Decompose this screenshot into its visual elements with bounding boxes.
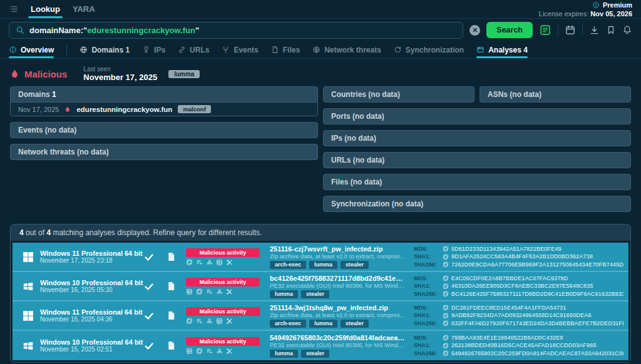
sha1-value[interactable]: 9D1AFA2524CC563A4B4F4F53A2B1DD0BD362A738 — [451, 253, 593, 261]
biohazard-icon[interactable] — [216, 348, 223, 355]
tab-overview[interactable]: Overview — [9, 41, 54, 58]
md5-value[interactable]: E4C05CDF0E2A8B7BBDE1AC07FAC9378D — [451, 275, 568, 283]
report-list-icon[interactable] — [196, 259, 203, 266]
copy-icon[interactable] — [443, 305, 449, 311]
copy-icon[interactable] — [186, 318, 193, 325]
tab-synchronization[interactable]: Synchronization — [394, 41, 464, 58]
tools-icon[interactable] — [226, 318, 233, 325]
copy-icon[interactable] — [443, 320, 449, 326]
table-report-icon[interactable] — [186, 348, 193, 355]
copy-icon[interactable] — [443, 350, 449, 356]
threat-tag[interactable]: lumma — [168, 70, 200, 78]
analysis-filename[interactable]: bc4126e425f75883271117d8bd2d9c41eb0d9f6a… — [270, 275, 406, 282]
ips-panel[interactable]: IPs (no data) — [323, 130, 631, 146]
copy-icon[interactable] — [443, 291, 449, 297]
copy-icon[interactable] — [443, 335, 449, 341]
sha256-value[interactable]: 7262D0E9CDA6A77706E9B969F2A1312750645434… — [451, 261, 623, 269]
copy-icon[interactable] — [196, 288, 203, 295]
topbar-tab-lookup[interactable]: Lookup — [31, 0, 60, 18]
topbar-tab-yara[interactable]: YARA — [73, 0, 95, 18]
analysis-row[interactable]: Windows 10 Professional 64 bit November … — [13, 331, 628, 360]
report-document-icon[interactable] — [167, 281, 176, 291]
asns-panel[interactable]: ASNs (no data) — [479, 86, 631, 103]
tab-domains[interactable]: Domains 1 — [79, 41, 130, 58]
copy-icon[interactable] — [443, 313, 449, 319]
analysis-row[interactable]: Windows 11 Professional 64 bit November … — [13, 243, 628, 272]
tab-files[interactable]: Files — [271, 41, 300, 58]
biohazard-icon[interactable] — [216, 288, 223, 295]
sha256-value[interactable]: 5494926765803C20C259FD0A814FADCAEAC87A50… — [451, 350, 623, 358]
tab-analyses[interactable]: Analyses 4 — [476, 41, 528, 58]
report-list-icon[interactable] — [206, 288, 213, 295]
search-button[interactable]: Search — [486, 22, 533, 38]
analysis-tag[interactable]: lumma — [270, 290, 298, 298]
table-report-icon[interactable] — [186, 288, 193, 295]
copy-icon[interactable] — [186, 259, 193, 266]
hamburger-menu-icon[interactable] — [9, 4, 18, 14]
analysis-tag[interactable]: stealer — [341, 261, 369, 269]
clear-search-icon[interactable]: ✕ — [469, 25, 480, 36]
copy-icon[interactable] — [443, 261, 449, 268]
analysis-filename[interactable]: 251114-3wj1tshq8w_pw_infected.zip — [270, 304, 406, 311]
tools-icon[interactable] — [226, 259, 233, 266]
tools-icon[interactable] — [226, 348, 233, 355]
analysis-tag[interactable]: stealer — [301, 350, 329, 358]
report-list-icon[interactable] — [206, 348, 213, 355]
analysis-tag[interactable]: lumma — [309, 320, 337, 328]
analysis-tag[interactable]: stealer — [301, 290, 329, 298]
ports-panel[interactable]: Ports (no data) — [323, 108, 631, 124]
table-report-icon[interactable] — [216, 318, 223, 325]
analysis-tag[interactable]: lumma — [309, 261, 337, 269]
report-document-icon[interactable] — [167, 340, 176, 351]
bell-icon[interactable] — [622, 25, 632, 35]
copy-icon[interactable] — [196, 348, 203, 355]
analysis-filename[interactable]: 251116-czj7wsvrft_pw_infected.zip — [270, 245, 406, 253]
analysis-tag[interactable]: stealer — [341, 320, 369, 328]
analysis-tag[interactable]: arch-exec — [270, 320, 306, 328]
countries-panel[interactable]: Countries (no data) — [323, 86, 474, 103]
domain-row[interactable]: Nov 17, 2025 edurestunningcrackyow.fun m… — [11, 103, 317, 116]
sha1-value[interactable]: 46310DA26EE905D3CF8AEBC33BC2E87E5648C835 — [451, 282, 593, 290]
search-input[interactable]: domainName:"edurestunningcrackyow.fun" — [9, 22, 463, 39]
md5-value[interactable]: DC281FDEEC8ED15E454F4A1FFDA54731 — [451, 304, 567, 312]
sha1-value[interactable]: 9ADB82F8234DA7AD09324864558D14C91650DEA6 — [451, 311, 592, 320]
files-panel[interactable]: Files (no data) — [323, 174, 631, 190]
tools-icon[interactable] — [226, 288, 233, 295]
table-report-icon[interactable] — [216, 259, 223, 266]
analysis-tag[interactable]: arch-exec — [270, 261, 306, 269]
copy-icon[interactable] — [443, 283, 449, 290]
sha256-value[interactable]: BC4126E425F75883271117D8BD2D9C41EB0D9F6A… — [451, 290, 623, 298]
sha256-value[interactable]: 032FF4FA6D27920F671743ED24DA3D4BEBBAEFE7… — [451, 320, 623, 328]
tab-network-threats[interactable]: Network threats — [312, 41, 381, 58]
network-threats-panel[interactable]: Network threats (no data) — [10, 144, 318, 160]
sha1-value[interactable]: 262138BDED40B16D5CACE45AFAD18CCDD03AF965 — [451, 341, 597, 350]
md5-value[interactable]: 799BAA93E4E1E19840522B8AD0C432E8 — [451, 334, 563, 342]
analysis-filename[interactable]: 5494926765803c20c259fd0a814fadcaeac87a50… — [270, 334, 406, 341]
report-document-icon[interactable] — [167, 310, 176, 321]
calendar-icon[interactable] — [565, 24, 576, 36]
analysis-row[interactable]: Windows 11 Professional 64 bit November … — [13, 301, 628, 331]
urls-panel[interactable]: URLs (no data) — [323, 152, 631, 168]
tab-urls[interactable]: URLs — [178, 41, 209, 58]
domain-tag[interactable]: malconf — [178, 105, 210, 113]
report-document-icon[interactable] — [167, 251, 176, 262]
biohazard-icon[interactable] — [206, 318, 213, 325]
report-list-icon[interactable] — [196, 318, 203, 325]
domains-panel[interactable]: Domains 1 Nov 17, 2025 edurestunningcrac… — [10, 86, 318, 116]
copy-icon[interactable] — [443, 254, 449, 260]
biohazard-icon[interactable] — [206, 259, 213, 266]
query-report-icon[interactable] — [539, 24, 551, 36]
analysis-row[interactable]: Windows 10 Professional 64 bit November … — [13, 272, 628, 301]
tab-events[interactable]: Events — [222, 41, 258, 58]
md5-value[interactable]: 5D61D233D11343942A51A7822BE0FE49 — [451, 245, 562, 253]
copy-icon[interactable] — [443, 246, 449, 252]
tab-ips[interactable]: IPs — [142, 41, 165, 58]
domain-name[interactable]: edurestunningcrackyow.fun — [76, 106, 172, 113]
analysis-tag[interactable]: lumma — [270, 350, 298, 358]
bookmark-icon[interactable] — [606, 25, 616, 35]
copy-icon[interactable] — [443, 275, 449, 281]
synchronization-panel[interactable]: Synchronization (no data) — [323, 196, 631, 212]
copy-icon[interactable] — [443, 343, 449, 349]
download-icon[interactable] — [589, 25, 600, 36]
events-panel[interactable]: Events (no data) — [10, 122, 318, 138]
